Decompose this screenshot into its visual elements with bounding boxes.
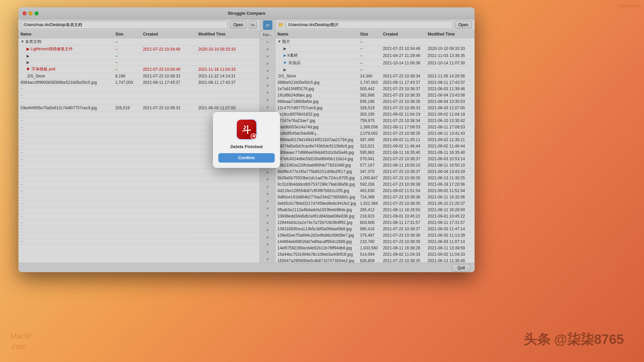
dialog-confirm-button[interactable]: Confirm [218, 153, 275, 163]
svg-text:斗: 斗 [242, 125, 251, 135]
watermark-bottom-left: MacW .com [10, 331, 31, 352]
watermark-top-right: MacW.com [619, 3, 641, 8]
delete-finished-dialog: 斗 ⊗ Delete Finished Confirm [213, 112, 280, 168]
dialog-badge-icon: ⊗ [251, 133, 257, 139]
watermark-bottom-right: 头条 @柒柒8765 [524, 330, 624, 349]
dialog-title: Delete Finished [230, 144, 263, 149]
dialog-app-icon: 斗 ⊗ [236, 119, 257, 140]
dialog-overlay: 斗 ⊗ Delete Finished Confirm [18, 7, 475, 272]
app-window: Struggle Compare Open ⇆ Name Size Create… [18, 7, 475, 272]
